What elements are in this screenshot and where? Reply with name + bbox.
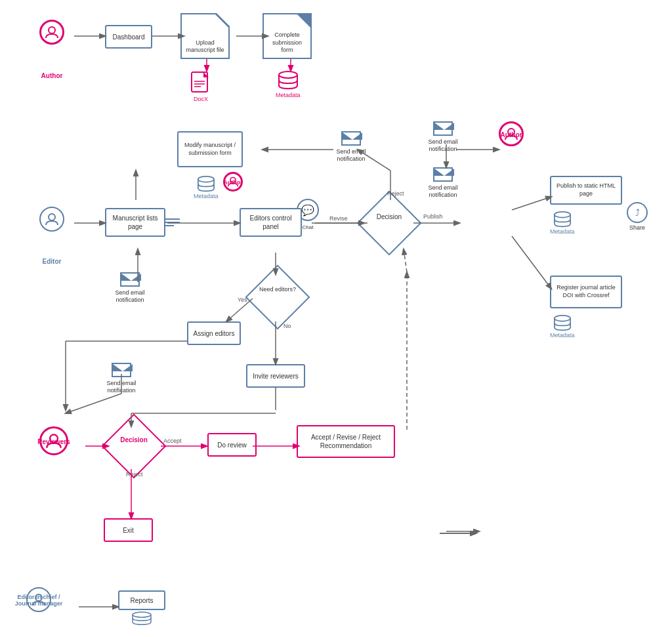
author-right-label: Author (501, 131, 522, 138)
author-mid-label: Author (223, 179, 243, 186)
reports-node: Reports (118, 590, 165, 626)
author-mid-node: Author (223, 172, 243, 192)
reviewers-label: Reviewers (37, 438, 70, 445)
metadata-right1-label: Metadata (550, 228, 575, 235)
invite-reviewers-box: Invite reviewers (246, 364, 305, 388)
complete-submission-label: Complete submission form (264, 31, 310, 54)
svg-line-31 (404, 249, 407, 272)
assign-editors-box: Assign editors (187, 321, 241, 345)
exit-box: Exit (104, 518, 153, 542)
dashboard-box: Dashboard (105, 25, 152, 49)
yes-label: Yes (238, 297, 247, 303)
docx-node: DocX (190, 71, 211, 102)
arrow-right (440, 527, 482, 541)
share-label: Share (629, 224, 645, 231)
need-editors-node: Need editors? (251, 274, 304, 320)
send-email-3-node: Send email notification (423, 167, 463, 199)
envelope-1-icon (341, 131, 361, 146)
envelope-2-icon (433, 121, 453, 136)
send-email-4-node: Send email notification (110, 272, 150, 304)
publish-label: Publish (423, 213, 443, 220)
svg-line-9 (512, 197, 551, 210)
doc-lines (165, 218, 180, 226)
metadata-right2-node: Metadata (550, 315, 575, 339)
svg-point-48 (555, 212, 570, 218)
metadata-top-label: Metadata (276, 92, 301, 98)
docx-label: DocX (194, 96, 208, 102)
author-right-node: Author (499, 121, 524, 146)
send-email-2-node: Send email notification (423, 121, 463, 153)
editor-label: Editor (43, 258, 62, 265)
share-node: ⤴ Share (627, 202, 648, 231)
do-review-box: Do review (207, 433, 257, 457)
send-email-4-label: Send email notification (110, 289, 150, 304)
chat-label: Chat (303, 224, 314, 230)
envelope-reviewer-icon (112, 363, 131, 377)
manuscript-lists-box: Manuscript lists page (105, 208, 165, 237)
author-top-icon (39, 20, 64, 45)
revise-label: Revise (329, 215, 348, 222)
send-email-reviewer-node: Send email notification (102, 363, 141, 394)
upload-label: Upload manuscript file (182, 39, 228, 54)
reports-box: Reports (118, 590, 165, 610)
upload-manuscript-node: Upload manuscript file (180, 13, 230, 59)
reviewers-node: Reviewers (39, 426, 68, 455)
publish-static-box: Publish to static HTML page (550, 176, 622, 205)
metadata-mid-node: Metadata (194, 176, 219, 199)
send-email-3-label: Send email notification (423, 184, 463, 199)
metadata-mid-label: Metadata (194, 193, 219, 199)
editor-icon (39, 207, 64, 232)
editor-node: Editor (39, 207, 64, 237)
editor-in-chief-node: Editor in chief / Journal manager (26, 587, 51, 612)
metadata-right2-label: Metadata (550, 332, 575, 339)
share-icon: ⤴ (627, 202, 648, 223)
register-doi-box: Register journal article DOI with Crossr… (550, 276, 622, 308)
svg-point-54 (133, 612, 151, 617)
editors-control-box: Editors control panel (240, 208, 302, 237)
recommendation-box: Accept / Revise / Reject Recommendation (297, 425, 395, 458)
workflow-diagram: Author Dashboard Upload manuscript file … (0, 0, 672, 637)
svg-point-43 (279, 72, 297, 78)
decision-bottom-node: Decision (107, 423, 161, 469)
reject-label-bottom: Reject (126, 471, 143, 478)
send-email-1-node: Send email notification (331, 131, 371, 163)
accept-label: Accept (163, 438, 182, 444)
reject-label-top: Reject (387, 190, 404, 197)
editor-chief-label: Editor in chief / Journal manager (12, 594, 65, 607)
svg-line-36 (66, 394, 121, 413)
svg-line-10 (512, 236, 551, 289)
author-top-node: Author (39, 20, 64, 52)
send-email-1-label: Send email notification (331, 148, 371, 163)
metadata-right1-node: Metadata (550, 211, 575, 235)
decision-top-node: Decision (360, 200, 419, 246)
envelope-4-icon (120, 272, 140, 287)
svg-point-37 (49, 27, 55, 33)
complete-submission-node: Complete submission form (262, 13, 312, 59)
author-top-label: Author (41, 72, 63, 79)
svg-point-46 (49, 214, 55, 220)
svg-point-44 (198, 176, 214, 182)
modify-manuscript-box: Modify manuscript / submission form (177, 131, 243, 167)
metadata-top-node: Metadata (276, 71, 301, 98)
svg-point-49 (555, 316, 570, 321)
no-label: No (284, 323, 291, 329)
send-email-2-label: Send email notification (423, 138, 463, 153)
envelope-3-icon (433, 167, 453, 182)
